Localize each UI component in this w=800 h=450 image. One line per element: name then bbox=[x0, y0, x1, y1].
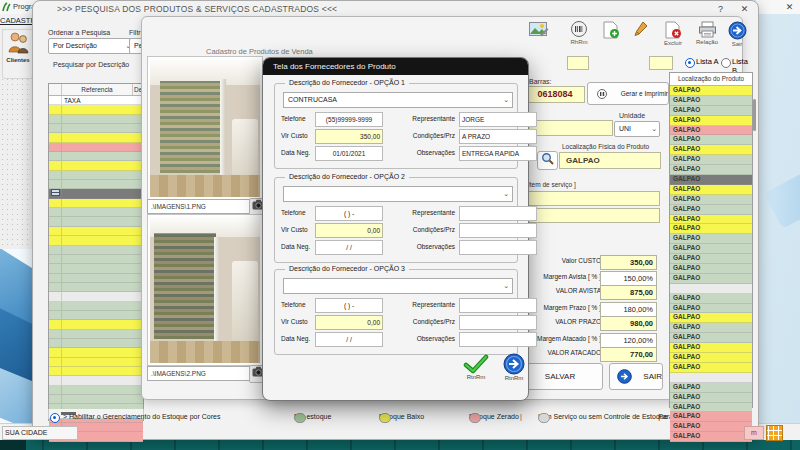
obs-input[interactable] bbox=[459, 240, 537, 255]
gerar-imprimir-button[interactable]: Gerar e Imprimir bbox=[587, 82, 669, 105]
location-row[interactable]: GALPAO bbox=[670, 313, 752, 323]
price-value-field[interactable]: 875,00 bbox=[600, 285, 657, 300]
table-row[interactable] bbox=[49, 330, 143, 339]
calendar-icon[interactable] bbox=[766, 425, 783, 441]
location-row[interactable]: GALPAO bbox=[670, 195, 752, 205]
location-row[interactable]: GALPAO bbox=[670, 294, 752, 304]
location-row[interactable]: GALPAO bbox=[670, 353, 752, 363]
price-value-field[interactable]: 770,00 bbox=[600, 347, 657, 362]
location-list[interactable]: Localização do Produto GALPAOGALPAOGALPA… bbox=[669, 72, 753, 408]
cnd-input[interactable] bbox=[459, 315, 537, 330]
table-row[interactable] bbox=[49, 161, 143, 170]
location-row[interactable]: GALPAO bbox=[670, 244, 752, 254]
tel-input[interactable]: ( ) - bbox=[315, 206, 383, 221]
price-value-field[interactable]: 150,00% bbox=[600, 271, 657, 286]
sair-toolbar-button[interactable]: Sair bbox=[724, 21, 750, 47]
table-row[interactable] bbox=[49, 302, 143, 311]
table-row[interactable] bbox=[49, 227, 143, 236]
photo-toolbar-button[interactable] bbox=[526, 21, 552, 38]
servico-field-2[interactable] bbox=[528, 208, 660, 223]
image1-path-field[interactable]: .\IMAGENS\1.PNG bbox=[147, 199, 252, 214]
location-row[interactable]: GALPAO bbox=[670, 155, 752, 165]
help-button[interactable]: ? bbox=[713, 3, 728, 15]
relacao-toolbar-button[interactable]: Relação bbox=[694, 21, 720, 45]
ordenar-combobox[interactable]: Por Descrição⌄ bbox=[48, 38, 134, 54]
table-row[interactable] bbox=[49, 124, 143, 133]
location-row[interactable]: GALPAO bbox=[670, 185, 752, 195]
location-list-scrollbar[interactable] bbox=[753, 99, 756, 131]
table-row[interactable]: TAXA bbox=[49, 96, 143, 105]
salvar-button[interactable]: SALVAR bbox=[517, 363, 603, 390]
location-row[interactable]: GALPAO bbox=[670, 86, 752, 96]
vlr-input[interactable]: 0,00 bbox=[315, 315, 383, 330]
table-row[interactable] bbox=[49, 264, 143, 273]
location-row[interactable]: GALPAO bbox=[670, 304, 752, 314]
price-value-field[interactable]: 120,00% bbox=[600, 333, 657, 348]
dta-input[interactable]: 01/01/2021 bbox=[315, 146, 383, 161]
products-table[interactable]: Referencia Descrição TAXA bbox=[48, 83, 144, 421]
table-row[interactable] bbox=[49, 105, 143, 114]
rep-input[interactable]: JORGE bbox=[459, 112, 537, 127]
location-row[interactable]: GALPAO bbox=[670, 432, 752, 442]
dta-input[interactable]: / / bbox=[315, 332, 383, 347]
table-row[interactable] bbox=[49, 358, 143, 367]
search-location-button[interactable] bbox=[537, 151, 558, 170]
table-row[interactable] bbox=[49, 348, 143, 357]
table-row[interactable] bbox=[49, 189, 143, 198]
table-row[interactable] bbox=[49, 311, 143, 320]
table-row[interactable] bbox=[49, 236, 143, 245]
cnd-input[interactable] bbox=[459, 223, 537, 238]
location-row[interactable]: GALPAO bbox=[670, 403, 752, 413]
dta-input[interactable]: / / bbox=[315, 240, 383, 255]
tel-input[interactable]: ( ) - bbox=[315, 298, 383, 313]
price-value-field[interactable]: 180,00% bbox=[600, 302, 657, 317]
fornecedor-combobox[interactable]: CONTRUCASA⌄ bbox=[283, 92, 513, 108]
table-row[interactable] bbox=[49, 292, 143, 301]
vlr-input[interactable]: 0,00 bbox=[315, 223, 383, 238]
excluir-toolbar-button[interactable]: Excluir bbox=[660, 21, 686, 46]
table-row[interactable] bbox=[49, 283, 143, 292]
fornecedor-combobox[interactable]: ⌄ bbox=[283, 186, 513, 202]
table-row[interactable] bbox=[49, 395, 143, 404]
table-row[interactable] bbox=[49, 386, 143, 395]
table-row[interactable] bbox=[49, 152, 143, 161]
table-row[interactable] bbox=[49, 339, 143, 348]
location-row[interactable]: GALPAO bbox=[670, 175, 752, 185]
table-row[interactable] bbox=[49, 367, 143, 376]
table-row[interactable] bbox=[49, 199, 143, 208]
location-row[interactable]: GALPAO bbox=[670, 145, 752, 155]
location-row[interactable]: GALPAO bbox=[670, 412, 752, 422]
sair-button[interactable]: SAIR bbox=[609, 363, 663, 390]
location-row[interactable]: GALPAO bbox=[670, 343, 752, 353]
unidade-combobox[interactable]: UNI⌄ bbox=[614, 121, 660, 137]
table-row[interactable] bbox=[49, 217, 143, 226]
fornecedor-combobox[interactable]: ⌄ bbox=[283, 278, 513, 294]
table-row[interactable] bbox=[49, 320, 143, 329]
rep-input[interactable] bbox=[459, 298, 537, 313]
cnd-input[interactable]: A PRAZO bbox=[459, 129, 537, 144]
table-row[interactable] bbox=[49, 115, 143, 124]
table-row[interactable] bbox=[49, 208, 143, 217]
alterar-toolbar-button[interactable] bbox=[628, 21, 654, 40]
barras-value-field[interactable]: 0618084 bbox=[525, 86, 585, 103]
location-row[interactable] bbox=[670, 284, 752, 294]
app-close-button[interactable]: ✕ bbox=[782, 1, 797, 13]
location-row[interactable]: GALPAO bbox=[670, 264, 752, 274]
location-row[interactable]: GALPAO bbox=[670, 363, 752, 373]
location-row[interactable]: GALPAO bbox=[670, 96, 752, 106]
location-row[interactable]: GALPAO bbox=[670, 126, 752, 136]
table-row[interactable] bbox=[49, 171, 143, 180]
rep-input[interactable] bbox=[459, 206, 537, 221]
location-row[interactable]: GALPAO bbox=[670, 135, 752, 145]
image2-path-field[interactable]: .\IMAGENS\2.PNG bbox=[147, 366, 252, 381]
lista-a-radio[interactable] bbox=[685, 58, 695, 68]
servico-field-1[interactable] bbox=[528, 191, 660, 206]
table-row[interactable] bbox=[49, 274, 143, 283]
legend-radio[interactable] bbox=[50, 413, 60, 423]
location-row[interactable]: GALPAO bbox=[670, 224, 752, 234]
location-row[interactable]: GALPAO bbox=[670, 274, 752, 284]
barcode-toolbar-button[interactable]: RhRm bbox=[566, 21, 592, 45]
location-row[interactable]: GALPAO bbox=[670, 254, 752, 264]
modal-exit-button[interactable]: RtnRm bbox=[499, 353, 529, 381]
location-row[interactable]: GALPAO bbox=[670, 205, 752, 215]
